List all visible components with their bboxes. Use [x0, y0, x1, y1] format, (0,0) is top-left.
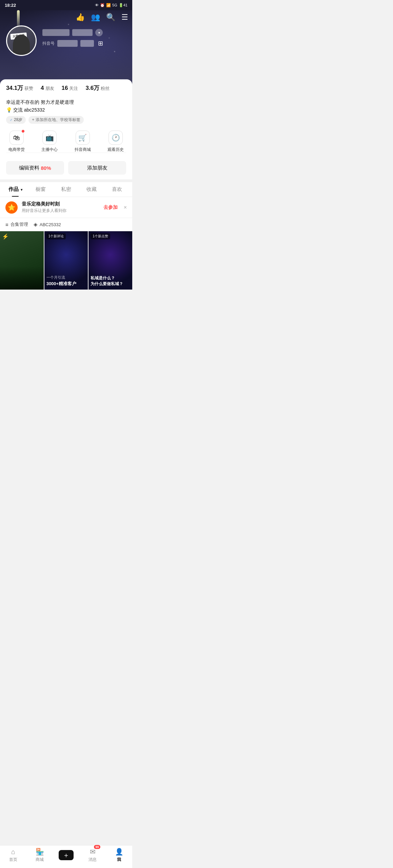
grid-lightning-icon: ⚡ — [2, 233, 9, 240]
status-bar: 18:22 👁 ⏰ 📶 5G 🔋41 — [0, 0, 132, 10]
promo-icon: ⭐ — [5, 201, 18, 214]
alarm-icon: ⏰ — [100, 3, 105, 7]
stat-followers-num: 3.6万 — [85, 84, 99, 92]
promo-close-button[interactable]: × — [124, 204, 127, 211]
action-ecommerce[interactable]: 🛍 电商带货 — [8, 131, 25, 153]
avatar-inner: 大彻大悟 — [7, 26, 36, 55]
bio-section: 幸运是不存在的 努力才是硬道理 💡 交流 abc25332 ♂ 28岁 + 添加… — [0, 95, 132, 128]
bio-line1: 幸运是不存在的 努力才是硬道理 — [6, 99, 126, 106]
action-ecommerce-icon: 🛍 — [9, 131, 24, 145]
tab-favorites[interactable]: 收藏 — [79, 182, 104, 197]
status-icons: 👁 ⏰ 📶 5G 🔋41 — [95, 3, 127, 7]
tab-showcase-label: 橱窗 — [36, 186, 46, 192]
action-mall-icon: 🛒 — [76, 131, 90, 145]
tab-favorites-label: 收藏 — [86, 186, 97, 192]
gender-age-tag: ♂ 28岁 — [6, 116, 26, 124]
bio-line2: 💡 交流 abc25332 — [6, 107, 126, 113]
action-ecommerce-label: 电商带货 — [8, 147, 25, 153]
stat-likes-label: 获赞 — [24, 85, 33, 92]
action-mall[interactable]: 🛒 抖音商城 — [75, 131, 91, 153]
edit-profile-button[interactable]: 编辑资料 80% — [6, 161, 64, 175]
battery-icon: 🔋41 — [119, 3, 127, 7]
stat-likes[interactable]: 34.1万 获赞 — [6, 84, 33, 92]
stat-followers[interactable]: 3.6万 粉丝 — [85, 84, 110, 92]
username-blur-2 — [72, 29, 93, 36]
tab-likes[interactable]: 喜欢 — [104, 182, 130, 197]
edit-profile-label: 编辑资料 — [19, 165, 39, 171]
grid-badge-2: 1个新评论 — [46, 233, 66, 239]
douyin-id-label: 抖音号 — [42, 41, 55, 46]
grid-item-1[interactable]: ⚡ — [0, 231, 44, 290]
action-broadcaster-icon: 📺 — [42, 131, 57, 145]
grid-text-2: 一个月引流 3000+精准客户 — [46, 275, 86, 287]
promo-join-button[interactable]: 去参加 — [103, 204, 118, 211]
douyin-id-blur2 — [80, 40, 94, 47]
collection-manage-label: 合集管理 — [11, 221, 28, 228]
add-tag-button[interactable]: + 添加所在地、学校等标签 — [28, 116, 83, 124]
action-divider — [6, 153, 126, 153]
avatar-person-shape — [13, 35, 30, 55]
username-blur-1 — [42, 29, 70, 36]
wifi-icon: 📶 — [106, 3, 111, 7]
collection-row: ≡ 合集管理 ◈ ABC25332 — [0, 218, 132, 231]
promo-banner: ⭐ 音乐定格美好时刻 用好音乐让更多人看到你 去参加 × — [0, 197, 132, 218]
promo-star-icon: ⭐ — [8, 204, 15, 211]
eye-icon: 👁 — [95, 3, 99, 7]
quick-actions: 🛍 电商带货 📺 主播中心 🛒 抖音商城 🕐 — [0, 128, 132, 157]
avatar-circle: 大彻大悟 — [6, 25, 37, 56]
action-history-icon: 🕐 — [109, 131, 123, 145]
profile-header: 👍 👥 🔍 ☰ 大彻大悟 ▾ 抖音号 ⊞ — [0, 10, 132, 85]
top-nav: 👍 👥 🔍 ☰ — [76, 13, 128, 22]
promo-title: 音乐定格美好时刻 — [22, 201, 99, 207]
stats-row: 34.1万 获赞 4 朋友 16 关注 3.6万 粉丝 — [6, 84, 126, 92]
stat-following-num: 16 — [62, 85, 68, 92]
grid-item-3[interactable]: 1个新点赞 私域是什么？ 为什么要做私域？ — [89, 231, 132, 290]
tab-works[interactable]: 作品 ▾ — [3, 182, 28, 197]
tab-showcase[interactable]: 橱窗 — [28, 182, 54, 197]
tabs-section: 作品 ▾ 橱窗 私密 收藏 喜欢 — [0, 182, 132, 197]
action-history-label: 观看历史 — [107, 147, 124, 153]
like-nav-icon[interactable]: 👍 — [76, 13, 85, 22]
grid-item-2[interactable]: 1个新评论 一个月引流 3000+精准客户 — [44, 231, 88, 290]
grid-question1: 私域是什么？ — [91, 275, 130, 281]
tab-likes-label: 喜欢 — [112, 186, 122, 192]
stat-friends[interactable]: 4 朋友 — [41, 85, 54, 92]
grid-line1-2: 一个月引流 — [46, 275, 86, 280]
content-grid: ⚡ 1个新评论 一个月引流 3000+精准客户 1个新点赞 私域是什么？ 为什么… — [0, 231, 132, 290]
promo-text: 音乐定格美好时刻 用好音乐让更多人看到你 — [22, 201, 99, 214]
follow-nav-icon[interactable]: 👥 — [91, 13, 100, 22]
tab-works-label: 作品 — [8, 186, 19, 192]
grid-line2-2: 3000+精准客户 — [46, 281, 86, 287]
username-row: ▾ — [42, 29, 127, 36]
qr-icon[interactable]: ⊞ — [98, 40, 103, 47]
age-label: 28岁 — [14, 117, 22, 123]
tab-works-arrow: ▾ — [21, 188, 22, 192]
stat-likes-num: 34.1万 — [6, 84, 23, 92]
username-area: ▾ 抖音号 ⊞ — [42, 29, 127, 47]
action-history[interactable]: 🕐 观看历史 — [107, 131, 124, 153]
collection-manage-icon: ≡ — [5, 222, 8, 228]
username-dropdown[interactable]: ▾ — [95, 29, 103, 36]
stat-followers-label: 粉丝 — [101, 85, 110, 92]
actions-grid: 🛍 电商带货 📺 主播中心 🛒 抖音商城 🕐 — [0, 131, 132, 153]
stat-following[interactable]: 16 关注 — [62, 85, 78, 92]
avatar-wrap[interactable]: 大彻大悟 — [6, 25, 37, 56]
cta-row: 编辑资料 80% 添加朋友 — [6, 161, 126, 175]
add-friend-label: 添加朋友 — [87, 165, 107, 171]
signal-icon: 5G — [112, 3, 117, 7]
tab-private[interactable]: 私密 — [54, 182, 79, 197]
collection-tag-button[interactable]: ◈ ABC25332 — [34, 221, 61, 228]
add-tag-label: + 添加所在地、学校等标签 — [32, 117, 80, 123]
collection-tag-icon: ◈ — [34, 221, 38, 228]
stat-friends-label: 朋友 — [45, 85, 54, 92]
collection-manage-button[interactable]: ≡ 合集管理 — [5, 221, 28, 228]
tabs-row: 作品 ▾ 橱窗 私密 收藏 喜欢 — [0, 182, 132, 197]
action-broadcaster[interactable]: 📺 主播中心 — [41, 131, 58, 153]
promo-subtitle: 用好音乐让更多人看到你 — [22, 208, 99, 214]
stat-following-label: 关注 — [69, 85, 78, 92]
search-nav-icon[interactable]: 🔍 — [106, 13, 115, 22]
grid-text-3: 私域是什么？ 为什么要做私域？ — [91, 275, 130, 287]
add-friend-button[interactable]: 添加朋友 — [68, 161, 126, 175]
gender-icon: ♂ — [9, 118, 13, 122]
menu-nav-icon[interactable]: ☰ — [121, 13, 128, 22]
